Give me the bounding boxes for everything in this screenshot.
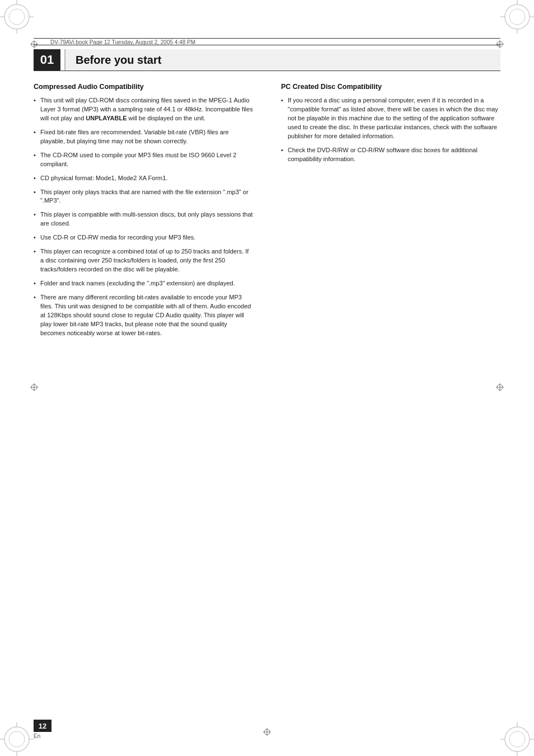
list-item: Fixed bit-rate files are recommended. Va… <box>34 128 253 146</box>
bullet-text: Check the DVD-R/RW or CD-R/RW software d… <box>288 147 477 162</box>
list-item: There are many different recording bit-r… <box>34 293 253 338</box>
list-item: Use CD-R or CD-RW media for recording yo… <box>34 233 253 242</box>
chapter-title: Before you start <box>76 54 161 67</box>
reg-mark-left-top <box>30 40 38 48</box>
page-number-box: 12 <box>34 720 51 732</box>
reg-mark-right-top <box>496 40 504 48</box>
footer: 12 En <box>34 720 500 739</box>
list-item: The CD-ROM used to compile your MP3 file… <box>34 151 253 169</box>
list-item: If you record a disc using a personal co… <box>281 96 500 141</box>
bullet-text: This unit will play CD-ROM discs contain… <box>40 97 253 121</box>
svg-point-12 <box>4 727 29 752</box>
main-content: Compressed Audio Compatibility This unit… <box>34 83 500 711</box>
bullet-text: CD physical format: Mode1, Mode2 XA Form… <box>40 175 167 181</box>
svg-point-18 <box>505 727 530 752</box>
corner-decoration-bl <box>0 722 34 756</box>
file-info-text: DV-79AVi.book Page 12 Tuesday, August 2,… <box>50 39 195 45</box>
top-rule-line <box>34 38 500 39</box>
right-bullet-list: If you record a disc using a personal co… <box>281 96 500 164</box>
right-column: PC Created Disc Compatibility If you rec… <box>275 83 500 711</box>
svg-point-13 <box>9 731 25 747</box>
bullet-text: Folder and track names (excluding the ".… <box>40 280 235 287</box>
bullet-text: This player is compatible with multi-ses… <box>40 211 253 227</box>
chapter-number-box: 01 <box>34 49 60 71</box>
chapter-number: 01 <box>40 53 54 67</box>
svg-point-6 <box>505 4 530 29</box>
list-item: This unit will play CD-ROM discs contain… <box>34 96 253 123</box>
right-section-title: PC Created Disc Compatibility <box>281 83 500 91</box>
svg-point-7 <box>509 9 525 25</box>
header-bottom-rule <box>34 71 500 71</box>
bullet-text: There are many different recording bit-r… <box>40 294 251 336</box>
list-item: Check the DVD-R/RW or CD-R/RW software d… <box>281 146 500 164</box>
bold-text: UNPLAYABLE <box>86 115 127 121</box>
svg-point-19 <box>509 731 525 747</box>
bullet-text: Use CD-R or CD-RW media for recording yo… <box>40 234 195 241</box>
corner-decoration-tl <box>0 0 34 34</box>
svg-point-1 <box>9 9 25 25</box>
list-item: This player can recognize a combined tot… <box>34 247 253 274</box>
corner-decoration-br <box>500 722 534 756</box>
footer-left: 12 En <box>34 720 51 739</box>
left-column: Compressed Audio Compatibility This unit… <box>34 83 259 711</box>
bullet-text: This player only plays tracks that are n… <box>40 189 249 204</box>
svg-point-0 <box>4 4 29 29</box>
list-item: CD physical format: Mode1, Mode2 XA Form… <box>34 174 253 183</box>
corner-decoration-tr <box>500 0 534 34</box>
list-item: Folder and track names (excluding the ".… <box>34 279 253 288</box>
page-number: 12 <box>39 722 46 730</box>
bullet-text: If you record a disc using a personal co… <box>288 97 498 139</box>
bullet-text: This player can recognize a combined tot… <box>40 248 249 273</box>
bullet-text: The CD-ROM used to compile your MP3 file… <box>40 152 236 167</box>
list-item: This player only plays tracks that are n… <box>34 188 253 206</box>
page-language: En <box>34 733 51 739</box>
bullet-text: Fixed bit-rate files are recommended. Va… <box>40 129 229 144</box>
left-bullet-list: This unit will play CD-ROM discs contain… <box>34 96 253 338</box>
list-item: This player is compatible with multi-ses… <box>34 210 253 228</box>
left-section-title: Compressed Audio Compatibility <box>34 83 253 91</box>
chapter-title-area: Before you start <box>64 49 500 71</box>
